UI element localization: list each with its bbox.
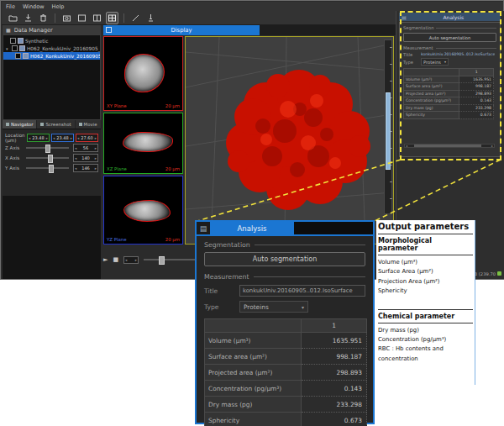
viewport-3d[interactable] [185,36,394,245]
spin-left-icon[interactable]: ◂ [125,258,127,262]
tab-display[interactable]: Display [103,25,260,35]
spin-right-icon[interactable]: ▸ [46,136,48,140]
checkbox-icon[interactable] [10,38,16,44]
output-parameters-card: Output parameters Morphological paramete… [376,220,475,385]
slider-handle[interactable] [45,145,50,153]
divider [378,323,473,323]
spin-left-icon[interactable]: ◂ [75,156,76,160]
mip-view-xz[interactable]: XZ Plane 20 μm [103,113,183,174]
checkbox-icon[interactable] [15,53,21,59]
divider [378,234,473,234]
cell-yz-image [123,200,171,222]
x-axis-slider[interactable] [26,157,69,159]
memory-status-icon [497,271,501,276]
spin-right-icon[interactable]: ▸ [95,136,97,140]
param-item: Concentration (pg/μm³) [378,335,473,344]
param-item: RBC : Hb contents and concentration [378,344,473,364]
menu-file[interactable]: File [6,3,15,10]
open-folder-icon[interactable] [7,12,19,24]
import-icon[interactable] [22,12,34,24]
chemical-heading: Chemical parameter [378,313,473,320]
data-manager-header: ▦ Data Manager [3,25,101,34]
xy-scalebar-label: 20 μm [165,103,180,108]
checkbox-icon[interactable] [12,45,18,51]
spin-left-icon[interactable]: ◂ [53,136,55,140]
divider [378,309,473,310]
left-panel-empty-area [3,196,101,279]
document-icon: ▤ [197,222,210,234]
spin-left-icon[interactable]: ◂ [75,146,76,150]
figure-canvas: File Window Help ▦ Data Manager [0,0,504,426]
spin-left-icon[interactable]: ◂ [75,166,76,171]
title-value-field[interactable]: konkukUniv.20160905..012.IsoSurface [239,285,365,297]
tree-item-isosurface[interactable]: H062_KonkukUniv_20160905_012_IsoSurface [3,52,100,60]
table-row: Volume (μm³)1635.951 [205,333,367,349]
y-axis-slider[interactable] [26,167,69,169]
measure-icon[interactable] [129,12,142,24]
speed-stepper[interactable]: ◂▸ [123,256,139,264]
spin-left-icon[interactable]: ◂ [77,136,79,140]
y-axis-spinner[interactable]: ◂146▸ [73,164,98,172]
toolbar-separator [55,13,55,23]
tab-navigator[interactable]: Navigator [3,120,37,129]
spin-right-icon[interactable]: ▸ [135,258,137,262]
cell-xz-image [123,132,173,152]
slider-handle[interactable] [48,155,53,163]
play-button[interactable]: ► [103,257,108,263]
chevron-down-icon: ▾ [302,304,304,310]
tree-item-synthetic[interactable]: Synthetic [3,37,100,45]
stop-button[interactable]: ■ [113,257,118,263]
capture-icon[interactable] [60,12,73,24]
expander-icon[interactable]: ▾ [6,46,10,51]
z-axis-spinner[interactable]: ◂56▸ [73,144,98,152]
type-dropdown[interactable]: Proteins▾ [239,301,308,313]
spin-right-icon[interactable]: ▸ [71,136,72,140]
toolbar-separator [123,13,124,23]
yz-plane-label: YZ Plane [107,237,126,242]
param-item: Sphericity [378,287,473,296]
location-y-spinner[interactable]: ◂23.48▸ [51,134,74,142]
tree-item-label: H062_KonkukUniv_20160905_012 [27,46,100,51]
screenshot-icon [40,123,44,126]
tab-movie[interactable]: Movie [76,120,102,129]
spin-right-icon[interactable]: ▸ [95,146,97,150]
range-slider-thumb[interactable] [386,92,391,170]
movie-icon [79,123,82,126]
mip-view-xy[interactable]: XY Plane 20 μm [103,36,183,111]
layout-quad-icon[interactable] [106,12,118,24]
table-row: Dry mass (pg)233.298 [205,397,367,413]
analysis-tab-bar: ▤ Analysis [197,222,373,234]
display-tab-label: Display [112,27,251,34]
tree-item-label: H062_KonkukUniv_20160905_012_IsoSurface [30,54,100,59]
annotate-icon[interactable] [144,12,157,24]
tab-analysis-zoomed[interactable]: Analysis [210,222,294,234]
ri-range-slider[interactable] [384,39,392,214]
data-manager-icon: ▦ [6,27,11,33]
display-tab-bar: Display [103,25,396,35]
layout-single-icon[interactable] [76,12,88,24]
tree-item-label: Synthetic [25,39,48,44]
layout-dual-icon[interactable] [91,12,103,24]
table-row: Surface area (μm²)998.187 [205,349,367,365]
auto-segmentation-button[interactable]: Auto segmentation [204,252,365,266]
morphological-heading: Morphological parameter [378,237,473,252]
delete-icon[interactable] [37,12,50,24]
location-z-spinner[interactable]: ◂27.60▸ [76,134,98,142]
spin-left-icon[interactable]: ◂ [29,136,30,140]
menu-help[interactable]: Help [52,3,65,10]
slider-handle[interactable] [49,165,54,173]
tab-screenshot[interactable]: Screenshot [37,120,75,129]
type-label: Type [204,303,239,311]
navigator-tab-bar: Navigator Screenshot Movie [3,120,101,129]
x-axis-spinner[interactable]: ◂140▸ [73,154,98,162]
tree-item-dataset[interactable]: ▾ H062_KonkukUniv_20160905_012 [3,45,100,52]
measurement-label: Measurement [204,273,249,281]
menu-window[interactable]: Window [23,3,45,10]
z-axis-slider[interactable] [26,147,69,149]
location-x-spinner[interactable]: ◂23.48▸ [27,134,50,142]
xz-scalebar-label: 20 μm [165,166,180,171]
spin-right-icon[interactable]: ▸ [95,166,97,171]
spin-right-icon[interactable]: ▸ [95,156,97,160]
mip-view-yz[interactable]: YZ Plane 20 μm [103,176,183,245]
timeline-handle[interactable] [159,256,165,265]
